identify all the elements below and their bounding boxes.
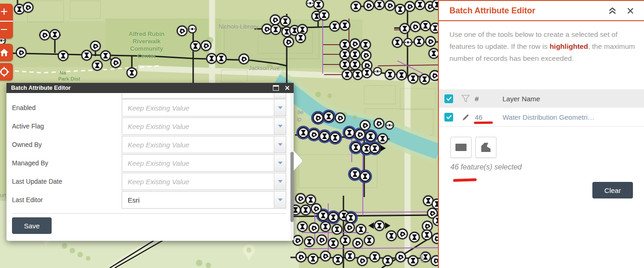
valve-symbol[interactable]: [332, 254, 344, 266]
valve-symbol[interactable]: [369, 143, 381, 154]
hydrant-symbol[interactable]: [425, 36, 437, 47]
valve-symbol[interactable]: [329, 21, 341, 32]
valve-symbol[interactable]: [126, 67, 138, 79]
hydrant-symbol[interactable]: [39, 29, 51, 41]
valve-symbol[interactable]: [414, 0, 426, 10]
valve-symbol[interactable]: [421, 229, 433, 241]
valve-symbol[interactable]: [300, 204, 312, 216]
hydrant-symbol[interactable]: [429, 70, 438, 82]
hydrant-symbol[interactable]: [90, 41, 101, 52]
field-dropdown-owned-by[interactable]: Keep Existing Value: [122, 136, 286, 153]
hydrant-symbol[interactable]: [177, 25, 188, 37]
valve-symbol[interactable]: [328, 238, 339, 249]
valve-symbol[interactable]: [374, 0, 385, 10]
hydrant-symbol[interactable]: [295, 193, 307, 204]
hydrant-symbol[interactable]: [283, 36, 295, 48]
field-dropdown-last-editor[interactable]: Esri: [122, 191, 286, 209]
hydrant-symbol[interactable]: [292, 235, 304, 246]
valve-symbol[interactable]: [386, 230, 397, 242]
hydrant-symbol[interactable]: [238, 53, 250, 65]
valve-symbol[interactable]: [295, 32, 307, 44]
hydrant-symbol[interactable]: [363, 0, 375, 11]
valve-symbol[interactable]: [339, 49, 351, 60]
hydrant-symbol[interactable]: [16, 47, 27, 58]
save-button[interactable]: Save: [12, 217, 52, 234]
fitting-symbol[interactable]: [385, 121, 394, 130]
valve-symbol[interactable]: [323, 111, 335, 122]
valve-symbol[interactable]: [355, 224, 367, 235]
valve-symbol[interactable]: [377, 133, 389, 145]
valve-symbol[interactable]: [190, 41, 201, 52]
valve-symbol[interactable]: [331, 224, 343, 235]
valve-symbol[interactable]: [318, 210, 329, 221]
valve-symbol[interactable]: [374, 220, 385, 232]
hydrant-symbol[interactable]: [410, 21, 421, 33]
dialog-scrollbar-thumb[interactable]: [290, 152, 294, 222]
hydrant-symbol[interactable]: [316, 234, 328, 246]
row-checkbox[interactable]: [444, 113, 453, 122]
valve-symbol[interactable]: [396, 70, 408, 81]
valve-symbol[interactable]: [408, 73, 419, 84]
valve-symbol[interactable]: [339, 20, 351, 31]
valve-symbol[interactable]: [319, 131, 331, 142]
valve-symbol[interactable]: [92, 60, 103, 71]
hydrant-symbol[interactable]: [295, 251, 307, 263]
hydrant-symbol[interactable]: [344, 222, 355, 233]
hydrant-symbol[interactable]: [349, 38, 361, 50]
valve-symbol[interactable]: [297, 221, 308, 233]
valve-symbol[interactable]: [216, 53, 227, 64]
dropdown-arrow[interactable]: [274, 192, 286, 208]
valve-symbol[interactable]: [328, 212, 339, 223]
home-button[interactable]: [0, 44, 13, 61]
valve-symbol[interactable]: [430, 23, 438, 34]
valve-symbol[interactable]: [408, 255, 419, 267]
edit-pencil-icon[interactable]: [456, 113, 475, 121]
valve-symbol[interactable]: [280, 16, 291, 27]
clear-button[interactable]: Clear: [592, 182, 633, 198]
valve-symbol[interactable]: [58, 50, 69, 62]
valve-symbol[interactable]: [349, 169, 361, 180]
hydrant-symbol[interactable]: [308, 129, 320, 140]
dropdown-arrow[interactable]: [274, 99, 286, 116]
valve-symbol[interactable]: [364, 235, 375, 246]
valve-symbol[interactable]: [298, 127, 309, 139]
fitting-symbol[interactable]: [188, 24, 197, 34]
select-all-checkbox[interactable]: [444, 94, 453, 103]
valve-symbol[interactable]: [342, 69, 353, 81]
hydrant-symbol[interactable]: [352, 238, 364, 249]
hydrant-symbol[interactable]: [357, 255, 368, 267]
hydrant-symbol[interactable]: [335, 112, 346, 124]
field-dropdown-last-update-date[interactable]: Keep Existing Value: [122, 173, 286, 190]
dropdown-arrow[interactable]: [274, 118, 286, 134]
layer-name-link[interactable]: Water Distribution Geometri…: [499, 113, 644, 121]
valve-symbol[interactable]: [307, 253, 319, 265]
filter-icon[interactable]: [456, 95, 475, 102]
hydrant-symbol[interactable]: [320, 251, 331, 262]
hydrant-symbol[interactable]: [360, 50, 372, 61]
dropdown-arrow[interactable]: [274, 155, 286, 171]
valve-symbol[interactable]: [349, 49, 361, 60]
valve-symbol[interactable]: [399, 23, 411, 35]
valve-symbol[interactable]: [319, 10, 330, 21]
valve-symbol[interactable]: [392, 37, 403, 48]
valve-symbol[interactable]: [320, 221, 331, 233]
locate-button[interactable]: [0, 63, 13, 81]
valve-symbol[interactable]: [420, 251, 431, 263]
valve-symbol[interactable]: [339, 59, 351, 70]
valve-symbol[interactable]: [360, 171, 371, 182]
zoom-in-button[interactable]: +: [0, 4, 13, 22]
select-by-polygon-tool[interactable]: [475, 137, 496, 158]
zoom-out-button[interactable]: −: [0, 22, 13, 39]
valve-symbol[interactable]: [81, 50, 93, 61]
field-dropdown-managed-by[interactable]: Keep Existing Value: [122, 154, 286, 172]
valve-symbol[interactable]: [350, 142, 362, 153]
dialog-titlebar[interactable]: Batch Attribute Editor ✕: [6, 83, 294, 93]
fitting-symbol[interactable]: [306, 0, 315, 8]
valve-symbol[interactable]: [369, 251, 381, 263]
hydrant-symbol[interactable]: [201, 40, 212, 52]
valve-symbol[interactable]: [349, 59, 361, 70]
valve-symbol[interactable]: [350, 1, 362, 12]
collapse-icon[interactable]: [608, 7, 617, 15]
dialog-collapse-tab[interactable]: [294, 150, 304, 172]
valve-symbol[interactable]: [344, 251, 356, 262]
